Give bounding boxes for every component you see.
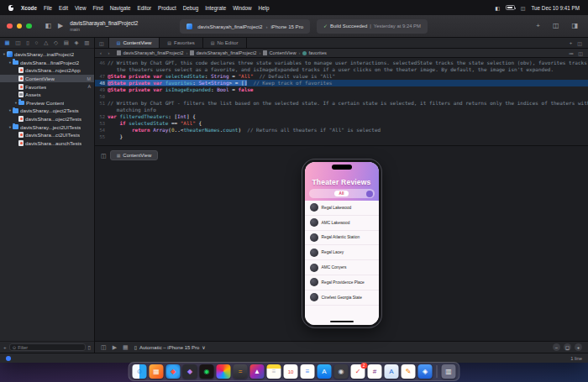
battery-icon[interactable] xyxy=(506,5,515,10)
zoom-fit-button[interactable]: ◻ xyxy=(564,343,571,351)
display-icon[interactable]: ◧ xyxy=(495,5,500,11)
menu-debug[interactable]: Debug xyxy=(183,5,199,11)
editor-options-icon[interactable]: ◫ xyxy=(553,23,559,29)
file-assets[interactable]: Assets xyxy=(0,91,94,99)
file-favorites[interactable]: FavoritesA xyxy=(0,82,94,91)
project-info[interactable]: davisSharayah_finalProject2 main xyxy=(70,20,138,32)
menu-edit[interactable]: Edit xyxy=(59,5,68,11)
dock-trash-icon[interactable]: ▥ xyxy=(442,364,456,379)
dock-photos-icon[interactable] xyxy=(217,364,231,379)
file-davisshara-finalproject2[interactable]: ▾davisShara...finalProject2 xyxy=(0,59,94,67)
menu-editor[interactable]: Editor xyxy=(138,5,151,11)
dock-notes-icon[interactable]: ≡ xyxy=(267,364,281,379)
profile-button[interactable] xyxy=(366,191,373,197)
state-picker[interactable]: All xyxy=(309,189,375,198)
dock-touch-id-icon[interactable]: ◉ xyxy=(334,364,349,379)
dock-spotify-icon[interactable]: ◉ xyxy=(200,364,214,379)
control-center-icon[interactable]: ◫ xyxy=(521,5,526,11)
add-icon[interactable]: + xyxy=(3,344,7,350)
code-line-53[interactable]: 53 if selectedState == "All" { xyxy=(95,120,588,127)
variants-icon[interactable]: ▦ xyxy=(123,344,129,350)
menu-view[interactable]: View xyxy=(75,5,87,11)
file-davisshara-roject2app[interactable]: davisShara...roject2App xyxy=(0,66,94,75)
theater-row-regal-lakewood[interactable]: Regal Lakewood xyxy=(305,201,379,216)
code-line-wrap[interactable]: matching info xyxy=(95,107,588,113)
minimap-icon[interactable]: ◫ xyxy=(578,50,583,56)
file-davisshara-oject2tests[interactable]: davisShara...oject2Tests xyxy=(0,115,94,123)
back-forward-buttons[interactable]: ‹ › xyxy=(100,50,112,55)
code-line-52[interactable]: 52var filteredTheaters: [Int] { xyxy=(95,113,588,120)
code-line-49[interactable]: 49@State private var isImageExpanded: Bo… xyxy=(95,86,588,93)
file-preview-content[interactable]: ▾Preview Content xyxy=(0,99,94,107)
menu-find[interactable]: Find xyxy=(92,5,102,11)
minimize-window-button[interactable] xyxy=(17,24,23,29)
code-line-50[interactable]: 50 xyxy=(95,93,588,100)
close-window-button[interactable] xyxy=(7,24,13,29)
dock-pages-icon[interactable]: ✎ xyxy=(402,364,416,379)
preview-destination-picker[interactable]: ▯ Automatic – iPhone 15 Pro ∨ xyxy=(134,344,206,350)
breadcrumb-item-davissharayah-finalproject2[interactable]: davisSharayah_finalProject2 xyxy=(117,50,183,55)
breadcrumb-item-favorites[interactable]: favorites xyxy=(302,50,327,55)
breadcrumb-item-contentview[interactable]: ContentView xyxy=(263,50,296,55)
dock-app-store-icon[interactable]: A xyxy=(318,364,332,379)
menu-xcode[interactable]: Xcode xyxy=(21,5,37,11)
menu-file[interactable]: File xyxy=(44,5,52,11)
menu-window[interactable]: Window xyxy=(233,5,251,11)
live-preview-icon[interactable]: ▶ xyxy=(113,344,117,350)
filter-field[interactable]: ⊙ Filter xyxy=(9,343,86,352)
menu-product[interactable]: Product xyxy=(158,5,176,11)
dock-finder-icon[interactable]: ☺ xyxy=(133,364,147,379)
dock-calendar-icon[interactable]: 10 xyxy=(284,364,298,379)
menu-navigate[interactable]: Navigate xyxy=(110,5,131,11)
source-editor[interactable]: 46// Written by Chat GPT, this code decl… xyxy=(95,58,588,145)
canvas-sidebar-icon[interactable]: ◫ xyxy=(101,153,107,159)
file-davissharay-ject2uitests[interactable]: ▾davisSharay...ject2UITests xyxy=(0,123,94,131)
dock-calculator-icon[interactable]: = xyxy=(234,364,248,379)
file-davissharay-inalproject2[interactable]: ▾davisSharay...inalProject2 xyxy=(0,50,94,59)
dock-launchpad-icon[interactable]: ▦ xyxy=(150,364,164,379)
dock-creative-app-icon[interactable]: ▲ xyxy=(250,364,265,379)
breadcrumb-item-davissharayah-finalproject2[interactable]: davisSharayah_finalProject2 xyxy=(190,50,256,55)
zoom-out-button[interactable]: − xyxy=(553,343,560,351)
adjust-icon[interactable]: ≔ xyxy=(569,50,574,56)
code-line-51[interactable]: 51// Written by Chat GPT - filters the l… xyxy=(95,100,588,107)
theater-row-amc-conyers[interactable]: AMC Conyers xyxy=(305,260,379,275)
tab-contentview[interactable]: ▤ContentView xyxy=(109,38,160,48)
file-davisshara-ct2uitests[interactable]: davisShara...ct2UITests xyxy=(0,131,94,139)
inspector-toggle-icon[interactable]: ◨ xyxy=(571,23,578,29)
dock-tasks-icon[interactable]: ✓2 xyxy=(351,364,365,379)
bookmarks-icon[interactable]: ▯ xyxy=(26,40,29,46)
code-line-47[interactable]: 47@State private var selectedState: Stri… xyxy=(95,73,588,80)
recent-files-icon[interactable]: ▯ xyxy=(88,344,91,350)
dock-terminal-icon[interactable]: ◆ xyxy=(183,364,197,379)
code-line-48[interactable]: 48@State private var favorites: Set<Stri… xyxy=(95,80,588,86)
issues-icon[interactable]: △ xyxy=(44,40,48,46)
code-line-54[interactable]: 54 return Array(0..<theaterNames.count) … xyxy=(95,127,588,133)
reports-icon[interactable]: ▥ xyxy=(84,40,89,46)
activity-view[interactable]: ✓ Build Succeeded | Yesterday at 9:24 PM xyxy=(317,19,428,34)
dock-safari-icon[interactable]: ◆ xyxy=(166,364,181,379)
file-davisshara-aunchtests[interactable]: davisShara...aunchTests xyxy=(0,139,94,148)
add-tab-icon[interactable]: + xyxy=(570,40,573,45)
menubar-datetime[interactable]: Tue Dec 10 9:41 PM xyxy=(531,5,580,11)
debug-icon[interactable]: ▤ xyxy=(64,40,69,46)
preview-tab[interactable]: ▦ ContentView xyxy=(110,150,159,160)
fullscreen-window-button[interactable] xyxy=(26,24,32,29)
breakpoints-icon[interactable]: ◈ xyxy=(75,40,79,46)
theater-row-regal-atlantic-station[interactable]: Regal Atlantic Station xyxy=(305,231,379,246)
related-items-icon[interactable]: ◫ xyxy=(95,38,109,48)
source-control-icon[interactable]: ◫ xyxy=(15,40,20,46)
zoom-in-button[interactable]: + xyxy=(575,343,582,351)
tests-icon[interactable]: ◇ xyxy=(54,40,58,46)
apple-menu-icon[interactable] xyxy=(8,5,13,11)
tab-favorites[interactable]: ▤Favorites xyxy=(160,38,202,48)
split-editor-icon[interactable]: ◫ xyxy=(577,40,582,46)
menu-integrate[interactable]: Integrate xyxy=(205,5,226,11)
dock-blue-app-icon[interactable]: ◈ xyxy=(418,364,433,379)
theater-row-regal-providence-place[interactable]: Regal Providence Place xyxy=(305,275,379,290)
library-plus-icon[interactable]: + xyxy=(536,23,540,29)
theater-row-amc-lakewood[interactable]: AMC Lakewood xyxy=(305,216,379,231)
search-icon[interactable]: ○ xyxy=(35,40,39,46)
run-button[interactable]: ▶ xyxy=(58,23,63,29)
dock-reminders-icon[interactable]: ≡ xyxy=(301,364,315,379)
